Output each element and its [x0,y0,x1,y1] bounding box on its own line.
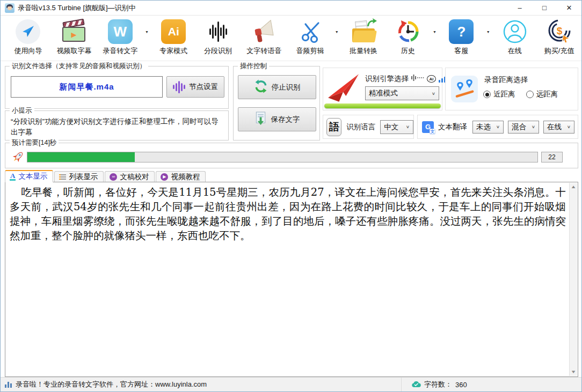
char-count-label: 字符数： [424,380,452,389]
bar-chart-icon [5,382,12,388]
history-dropdown-arrow[interactable]: ▼ [430,18,439,46]
toolbar-item-purchase[interactable]: $ 购买/充值 [537,18,581,56]
engine-highlight-bar [324,103,441,108]
chevron-down-icon: ∨ [567,124,571,129]
file-select-group-title: 识别文件选择（支持常见的音频和视频识别） [10,62,148,71]
maximize-button[interactable]: □ [532,1,557,15]
char-count-value: 360 [455,381,467,389]
distance-label: 录音距离选择 [484,75,528,85]
toolbar-item-audio-edit[interactable]: 音频剪辑 [288,18,332,56]
toolbar-item-audio-to-text[interactable]: W 录音转文字 [98,18,142,56]
toolbar-item-wizard[interactable]: 使用向导 [6,18,50,56]
control-group: 操作控制 停止识别 [233,66,320,140]
minimize-button[interactable]: – [507,1,532,15]
stop-recognition-button[interactable]: 停止识别 [238,75,316,99]
translate-select-1[interactable]: 未选 ∨ [472,121,504,134]
close-button[interactable]: ✕ [557,1,581,15]
tab-text-display[interactable]: A 文本显示 [5,170,53,182]
toolbar-item-expert-mode[interactable]: Ai 专家模式 [151,18,196,56]
transcript-area[interactable]: 吃早餐，听新闻，各位好，今天是11月15号星期三，农历九月27，译文在上海问候您… [5,182,578,377]
distance-pins-icon [451,76,478,102]
transcript-text[interactable]: 吃早餐，听新闻，各位好，今天是11月15号星期三，农历九月27，译文在上海问候您… [5,182,578,246]
list-icon [59,174,66,180]
translate-panel: G 文 文本翻译 未选 ∨ 混合 ∨ 在线 ∨ [417,115,578,139]
tab-video-tutorial-label: 视频教程 [171,172,200,182]
far-distance-label: 远距离 [536,90,558,99]
waveform-mini-icon [411,73,424,84]
toolbar-item-segment-recognition[interactable]: 分段识别 [196,18,241,56]
clapperboard-icon: ▶ [62,19,86,44]
wizard-icon [16,19,40,44]
infinity-icon: ∞ [110,173,117,181]
progress-fill [27,152,135,162]
tab-list-display[interactable]: 列表显示 [54,171,104,182]
text-a-icon: A [10,173,16,181]
chevron-down-icon: ∨ [406,124,410,129]
support-icon: ? [449,19,474,44]
toolbar-item-batch-convert[interactable]: 批量转换 [341,18,386,56]
tab-proofread[interactable]: ∞ 文稿校对 [105,171,155,182]
node-settings-label: 节点设置 [189,82,218,92]
radio-far-distance[interactable]: 远距离 [526,90,558,99]
scroll-up-icon[interactable]: ▲ [570,183,576,191]
purchase-icon: $ [547,18,572,46]
translate-select-3[interactable]: 在线 ∨ [543,121,574,134]
radio-unselected-icon [526,91,534,98]
progress-group-title: 预计需要[14]秒 [10,138,59,147]
toolbar-item-text-to-speech[interactable]: 文字转语音 [240,18,288,56]
tip-text: “分段识别”功能方便对识别文字进行修正和整理工作，同时可以导出字幕 [5,111,228,138]
scissors-icon [299,18,322,46]
radio-near-distance[interactable]: 近距离 [483,90,515,99]
translate-select-2[interactable]: 混合 ∨ [508,121,539,134]
progress-bar [27,152,538,162]
toolbar-item-video-subtitle[interactable]: ▶ 视频取字幕 [50,18,98,56]
cloud-check-icon [411,380,421,389]
view-tabs: A 文本显示 列表显示 ∞ 文稿校对 ▶ 视频教程 [5,171,207,182]
tip-group-title: 小提示 [10,106,34,115]
scroll-down-icon[interactable]: ▼ [570,368,576,376]
engine-select-label: 识别引擎选择 [365,74,409,84]
audio-to-text-dropdown-arrow[interactable]: ▼ [142,18,151,46]
support-dropdown-arrow[interactable]: ▼ [484,18,493,46]
app-logo-icon [5,3,14,13]
language-value: 中文 [384,122,398,132]
toolbar-item-history[interactable]: 历史 [385,18,430,56]
save-text-label: 保存文字 [271,115,300,124]
vertical-scrollbar[interactable]: ▲ ▼ [569,183,577,376]
save-text-button[interactable]: 保存文字 [238,107,316,131]
progress-group: 预计需要[14]秒 22 [5,143,578,168]
near-distance-label: 近距离 [493,90,515,99]
window-controls: – □ ✕ [507,1,581,15]
tab-video-tutorial[interactable]: ▶ 视频教程 [156,171,206,182]
chevron-down-icon: ∨ [432,91,435,96]
selected-filename: 新闻早餐.m4a [59,82,114,92]
language-panel: 語 识别语言 中文 ∨ [323,115,414,139]
audio-edit-dropdown-arrow[interactable]: ▼ [332,18,341,46]
waveform-icon [209,21,227,42]
tab-list-display-label: 列表显示 [69,172,98,182]
title-bar: 录音啦v13.5 Turbine [旗舰版]—识别中 – □ ✕ [1,1,581,16]
language-badge-button[interactable]: 語 [326,118,341,136]
toolbar-item-online[interactable]: 在线 [492,18,537,56]
language-label: 识别语言 [346,122,375,132]
minimize-icon: – [518,4,521,11]
app-window: 录音啦v13.5 Turbine [旗舰版]—识别中 – □ ✕ 使用向导 ▶ … [0,0,582,392]
translate-select-1-value: 未选 [476,122,491,132]
tip-group: 小提示 “分段识别”功能方便对识别文字进行修正和整理工作，同时可以导出字幕 [5,110,229,140]
audio-to-text-icon: W [108,19,133,44]
selected-file-box[interactable]: 新闻早餐.m4a [11,76,163,98]
status-bar: 录音啦！专业的录音转文字软件，官方网址：www.luyinla.com 字符数：… [1,377,581,391]
batch-convert-folder-icon [351,20,376,43]
engine-mode-select[interactable]: 精准模式 ∨ [365,86,439,100]
play-circle-icon: ▶ [161,173,168,181]
language-select[interactable]: 中文 ∨ [380,120,413,134]
expert-mode-icon: Ai [161,19,186,44]
toolbar-item-support[interactable]: ? 客服 [439,18,484,56]
tab-text-display-label: 文本显示 [18,172,47,181]
radio-selected-icon [483,91,491,98]
translate-select-2-value: 混合 [512,122,526,132]
main-toolbar: 使用向导 ▶ 视频取字幕 W 录音转文字 ▼ Ai 专家模式 分段识别 [1,16,581,61]
tab-proofread-label: 文稿校对 [120,172,149,182]
node-settings-button[interactable]: 节点设置 [166,76,224,98]
engine-mode-value: 精准模式 [369,88,398,98]
